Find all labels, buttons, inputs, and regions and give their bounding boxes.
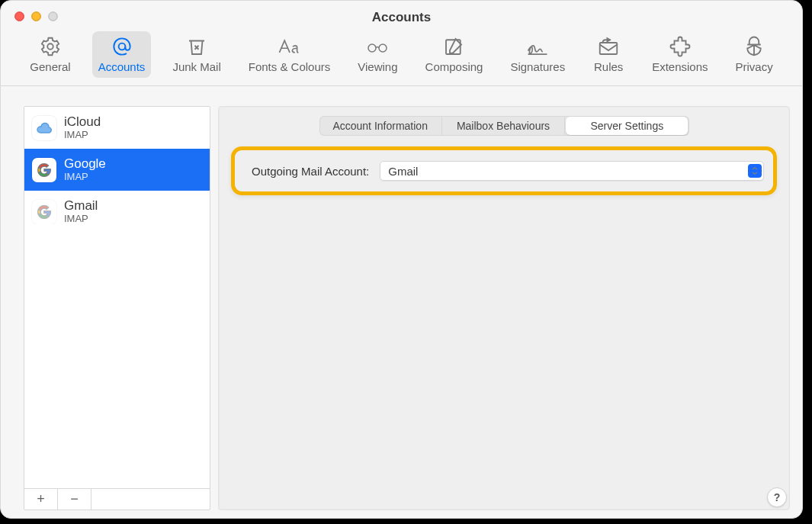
signature-icon: [525, 34, 550, 59]
zoom-window-button[interactable]: [48, 11, 58, 21]
tab-label: Rules: [594, 60, 623, 73]
icloud-icon: [32, 116, 56, 140]
tab-label: Accounts: [98, 60, 146, 73]
tab-label: Viewing: [358, 60, 397, 73]
rules-icon: [597, 34, 620, 59]
minimize-window-button[interactable]: [31, 11, 41, 21]
subtab-mailbox-behaviours[interactable]: Mailbox Behaviours: [442, 116, 565, 136]
preferences-window: Accounts General Accounts Junk Mail: [0, 0, 803, 519]
outgoing-mail-account-popup[interactable]: Gmail: [380, 161, 764, 181]
gmail-icon: [32, 200, 56, 224]
tab-rules[interactable]: Rules: [586, 31, 631, 78]
glasses-icon: [364, 34, 390, 59]
svg-point-0: [47, 43, 53, 50]
svg-point-3: [379, 44, 387, 52]
account-name: iCloud: [64, 114, 101, 130]
at-icon: [111, 34, 133, 59]
tab-extensions[interactable]: Extensions: [646, 31, 714, 78]
account-name: Google: [64, 156, 106, 172]
gear-icon: [39, 34, 62, 59]
titlebar: Accounts: [1, 1, 802, 31]
tab-label: Extensions: [652, 60, 708, 73]
tab-composing[interactable]: Composing: [419, 31, 489, 78]
account-detail-pane: Account Information Mailbox Behaviours S…: [218, 106, 790, 510]
traffic-lights: [14, 11, 58, 21]
svg-point-1: [118, 43, 125, 50]
tab-label: Signatures: [510, 60, 565, 73]
add-account-button[interactable]: +: [24, 489, 58, 510]
google-icon: [32, 158, 56, 182]
subtab-server-settings[interactable]: Server Settings: [566, 117, 688, 135]
sidebar-footer: + −: [24, 488, 210, 510]
accounts-sidebar: iCloud IMAP Google IMAP: [24, 106, 210, 510]
accounts-list: iCloud IMAP Google IMAP: [24, 107, 210, 488]
outgoing-mail-value: Gmail: [388, 165, 418, 178]
outgoing-mail-label: Outgoing Mail Account:: [252, 165, 369, 178]
account-type: IMAP: [64, 214, 98, 225]
tab-label: Composing: [425, 60, 483, 73]
help-button[interactable]: ?: [767, 487, 787, 507]
tab-label: Junk Mail: [172, 60, 220, 73]
account-type: IMAP: [64, 172, 106, 183]
account-row-icloud[interactable]: iCloud IMAP: [24, 107, 210, 149]
tab-accounts[interactable]: Accounts: [92, 31, 152, 78]
tab-label: Privacy: [736, 60, 773, 73]
remove-account-button[interactable]: −: [58, 489, 91, 510]
tab-general[interactable]: General: [24, 31, 76, 78]
account-name: Gmail: [64, 198, 98, 214]
tab-privacy[interactable]: Privacy: [730, 31, 779, 78]
tab-viewing[interactable]: Viewing: [351, 31, 403, 78]
subtab-account-information[interactable]: Account Information: [319, 116, 442, 136]
account-subtabs: Account Information Mailbox Behaviours S…: [319, 116, 689, 136]
tab-signatures[interactable]: Signatures: [504, 31, 571, 78]
account-row-gmail[interactable]: Gmail IMAP: [24, 191, 210, 233]
popup-arrows-icon: [748, 164, 762, 178]
account-row-google[interactable]: Google IMAP: [24, 149, 210, 191]
tab-label: General: [30, 60, 70, 73]
close-window-button[interactable]: [14, 11, 24, 21]
trash-x-icon: [185, 34, 208, 59]
svg-point-2: [368, 44, 376, 52]
svg-rect-5: [600, 43, 618, 54]
tab-fonts-colours[interactable]: Fonts & Colours: [242, 31, 337, 78]
aa-icon: [277, 34, 303, 59]
privacy-icon: [743, 34, 765, 59]
account-type: IMAP: [64, 130, 101, 141]
body: iCloud IMAP Google IMAP: [1, 86, 802, 519]
tab-label: Fonts & Colours: [249, 60, 331, 73]
extensions-icon: [669, 34, 692, 59]
tab-junk-mail[interactable]: Junk Mail: [166, 31, 226, 78]
compose-icon: [442, 34, 465, 59]
preferences-toolbar: General Accounts Junk Mail Fonts & Colou…: [1, 31, 802, 86]
outgoing-mail-highlight: Outgoing Mail Account: Gmail: [231, 146, 777, 195]
window-title: Accounts: [1, 10, 802, 25]
